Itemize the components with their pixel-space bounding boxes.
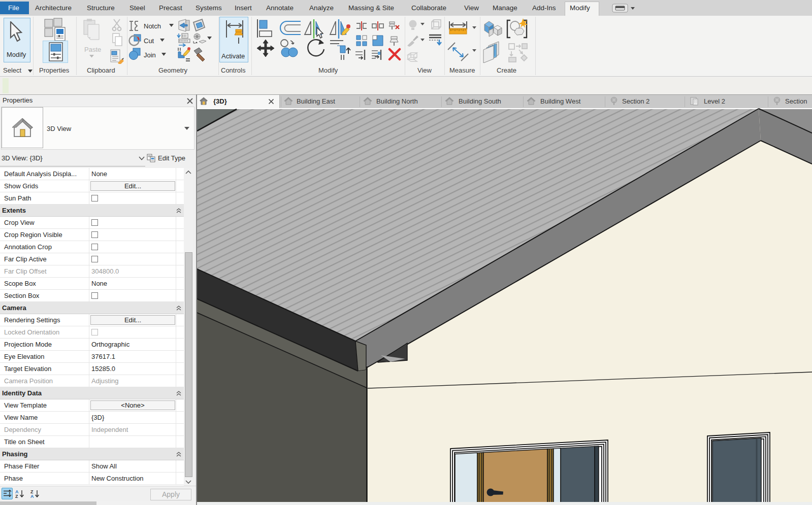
- svg-text:A: A: [15, 489, 19, 494]
- svg-text:Z: Z: [15, 494, 18, 499]
- svg-text:Z: Z: [30, 489, 34, 494]
- svg-text:A: A: [30, 494, 34, 499]
